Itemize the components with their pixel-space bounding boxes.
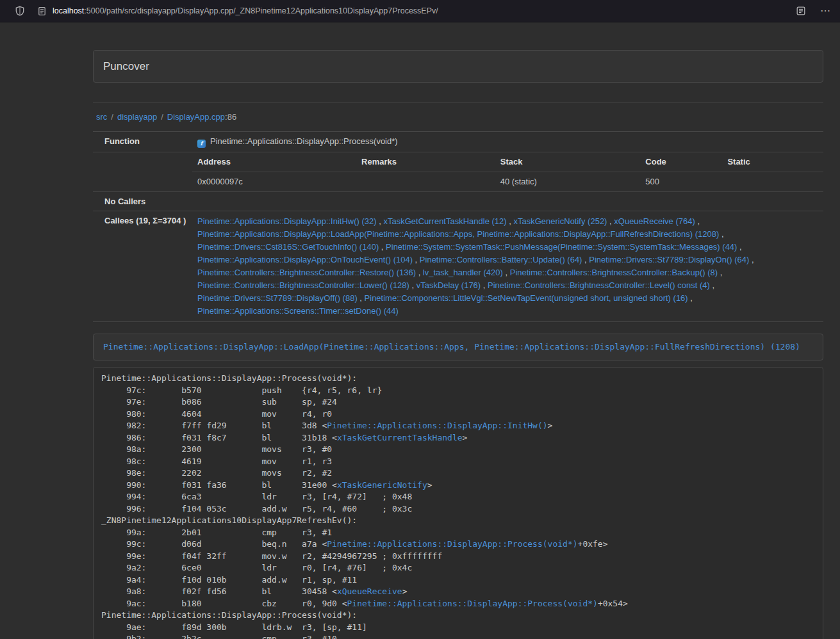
column-header-code: Code: [640, 152, 722, 172]
reader-view-icon[interactable]: [796, 6, 806, 16]
page-info-icon[interactable]: [37, 6, 47, 16]
callee-link[interactable]: Pinetime::Applications::DisplayApp::Load…: [197, 229, 719, 239]
breadcrumb: src/displayapp/DisplayApp.cpp:86: [93, 111, 823, 124]
browser-chrome: localhost:5000/path/src/displayapp/Displ…: [0, 0, 840, 22]
function-name-cell: fPinetime::Applications::DisplayApp::Pro…: [192, 132, 823, 152]
column-header-stack: Stack: [495, 152, 641, 172]
callee-link[interactable]: Pinetime::Applications::Screens::Timer::…: [197, 306, 399, 316]
callee-link[interactable]: Pinetime::Controllers::BrightnessControl…: [488, 280, 710, 290]
symbol-panel: Pinetime::Applications::DisplayApp::Load…: [93, 334, 823, 360]
callee-link[interactable]: Pinetime::Drivers::Cst816S::GetTouchInfo…: [197, 242, 379, 252]
no-callers-label: No Callers: [93, 192, 192, 211]
callee-link[interactable]: Pinetime::Applications::DisplayApp::OnTo…: [197, 255, 413, 264]
callee-link[interactable]: lv_task_handler (420): [423, 268, 503, 277]
breadcrumb-separator: /: [111, 112, 113, 122]
function-table: Function fPinetime::Applications::Displa…: [93, 131, 823, 322]
function-row: Function fPinetime::Applications::Displa…: [93, 132, 823, 152]
callee-link[interactable]: Pinetime::Controllers::BrightnessControl…: [197, 280, 409, 290]
column-header-address: Address: [192, 152, 356, 172]
code-symbol-link[interactable]: Pinetime::Applications::DisplayApp::Init…: [327, 421, 547, 430]
stack-value: 40 (static): [495, 172, 641, 192]
callee-link[interactable]: Pinetime::Drivers::St7789::DisplayOff() …: [197, 293, 358, 303]
url-path: :5000/path/src/displayapp/DisplayApp.cpp…: [84, 6, 438, 15]
app-title-panel: Puncover: [93, 50, 823, 83]
empty-row-header: [93, 152, 192, 192]
code-symbol-link[interactable]: xTaskGetCurrentTaskHandle: [337, 433, 463, 442]
symbol-panel-heading: Pinetime::Applications::DisplayApp::Load…: [94, 334, 823, 360]
breadcrumb-link-file[interactable]: DisplayApp.cpp: [167, 112, 225, 122]
code-symbol-link[interactable]: Pinetime::Applications::DisplayApp::Proc…: [347, 599, 598, 608]
callees-cell: Pinetime::Applications::DisplayApp::Init…: [192, 211, 823, 322]
shield-icon[interactable]: [15, 6, 25, 16]
callee-link[interactable]: Pinetime::Components::LittleVgl::SetNewT…: [365, 293, 688, 303]
callee-link[interactable]: vTaskDelay (176): [416, 280, 481, 290]
callees-label: Callees (19, Σ=3704 ): [93, 211, 192, 322]
stats-value-row: 0x0000097c 40 (static) 500: [192, 172, 823, 192]
function-name: Pinetime::Applications::DisplayApp::Proc…: [210, 136, 398, 146]
stats-table: Address Remarks Stack Code Static 0x0000…: [192, 152, 823, 191]
function-icon: f: [197, 140, 206, 148]
callee-link[interactable]: xTaskGetCurrentTaskHandle (12): [383, 216, 506, 226]
symbol-panel-title-link[interactable]: Pinetime::Applications::DisplayApp::Load…: [103, 342, 800, 352]
main-content: Puncover src/displayapp/DisplayApp.cpp:8…: [93, 22, 823, 639]
callee-link[interactable]: Pinetime::Controllers::Battery::Update()…: [420, 255, 582, 264]
breadcrumb-link-displayapp[interactable]: displayapp: [117, 112, 157, 122]
code-symbol-link[interactable]: Pinetime::Applications::DisplayApp::Proc…: [327, 539, 577, 549]
breadcrumb-separator: /: [161, 112, 163, 122]
function-label: Function: [93, 132, 192, 152]
callee-link[interactable]: Pinetime::Controllers::BrightnessControl…: [510, 268, 718, 277]
callees-row: Callees (19, Σ=3704 ) Pinetime::Applicat…: [93, 211, 823, 322]
stats-row: Address Remarks Stack Code Static 0x0000…: [93, 152, 823, 192]
callee-link[interactable]: xTaskGenericNotify (252): [514, 216, 607, 226]
disassembly-code: Pinetime::Applications::DisplayApp::Proc…: [93, 367, 823, 639]
divider: [93, 102, 823, 102]
callee-link[interactable]: Pinetime::Controllers::BrightnessControl…: [197, 268, 416, 277]
callee-link[interactable]: Pinetime::Applications::DisplayApp::Init…: [197, 216, 377, 226]
breadcrumb-link-src[interactable]: src: [96, 112, 107, 122]
page-title: Puncover: [103, 60, 813, 73]
column-header-static: Static: [722, 152, 823, 172]
breadcrumb-line-number: :86: [225, 112, 236, 122]
stats-cell: Address Remarks Stack Code Static 0x0000…: [192, 152, 823, 192]
code-symbol-link[interactable]: xTaskGenericNotify: [337, 480, 427, 490]
remarks-value: [356, 172, 495, 192]
callee-link[interactable]: xQueueReceive (764): [614, 216, 695, 226]
more-menu-icon[interactable]: ⋯: [820, 6, 831, 16]
code-symbol-link[interactable]: xQueueReceive: [337, 586, 402, 596]
url-host: localhost: [53, 6, 84, 15]
no-callers-row: No Callers: [93, 192, 823, 211]
callee-link[interactable]: Pinetime::System::SystemTask::PushMessag…: [386, 242, 737, 252]
static-value: [722, 172, 823, 192]
stats-header-row: Address Remarks Stack Code Static: [192, 152, 823, 172]
address-value: 0x0000097c: [192, 172, 356, 192]
code-value: 500: [640, 172, 722, 192]
app-title-heading: Puncover: [94, 51, 823, 82]
no-callers-cell: [192, 192, 823, 211]
callees-list: Pinetime::Applications::DisplayApp::Init…: [197, 215, 812, 318]
column-header-remarks: Remarks: [356, 152, 495, 172]
callee-link[interactable]: Pinetime::Drivers::St7789::DisplayOn() (…: [589, 255, 749, 264]
url-bar[interactable]: localhost:5000/path/src/displayapp/Displ…: [53, 6, 796, 15]
